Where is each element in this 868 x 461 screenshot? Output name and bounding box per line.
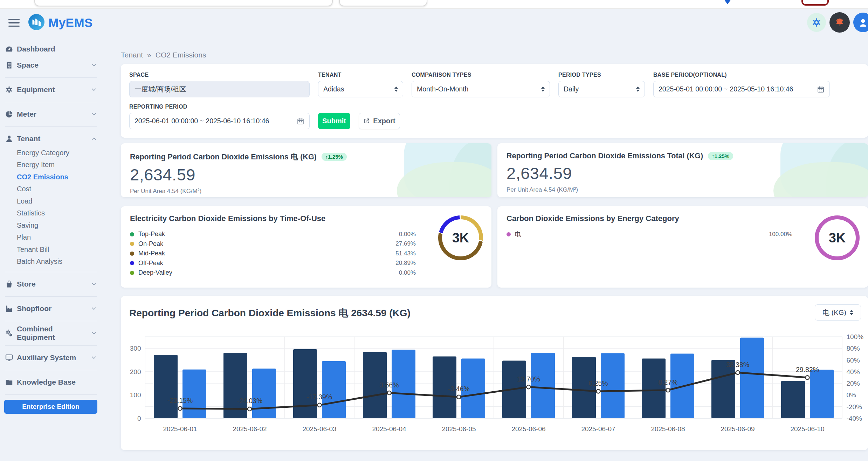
- x-tick-2025-06-08: 2025-06-08: [651, 425, 685, 433]
- comparison-types-select[interactable]: Month-On-Month: [412, 81, 550, 97]
- sidebar-subitem-cost[interactable]: Cost: [0, 183, 102, 195]
- breadcrumb-co2-emissions[interactable]: CO2 Emissions: [156, 51, 206, 59]
- sidebar-item-label: Store: [17, 280, 36, 288]
- sidebar-item-auxiliary-system[interactable]: Auxiliary System: [0, 350, 102, 366]
- sidebar-item-tenant[interactable]: Tenant: [0, 131, 102, 147]
- bar-reporting-2025-06-06: [531, 353, 555, 418]
- select-arrows-icon: [636, 87, 640, 92]
- legend-item-top-peak[interactable]: Top-Peak0.00%: [130, 229, 416, 239]
- line-label: -3.46%: [448, 385, 470, 393]
- period-select-value: Daily: [564, 85, 579, 93]
- reporting-period-field[interactable]: [129, 113, 310, 129]
- export-button[interactable]: Export: [359, 113, 400, 129]
- sidebar-item-shopfloor[interactable]: Shopfloor: [0, 301, 102, 317]
- legend-item-on-peak[interactable]: On-Peak27.69%: [130, 239, 416, 249]
- sidebar-item-knowledge-base[interactable]: Knowledge Base: [0, 374, 102, 390]
- sidebar-subitem-plan[interactable]: Plan: [0, 232, 102, 244]
- sidebar-subitem-co2-emissions[interactable]: CO2 Emissions: [0, 171, 102, 183]
- sidebar-item-meter[interactable]: Meter: [0, 106, 102, 122]
- sidebar-item-label: Auxiliary System: [17, 353, 76, 362]
- chevron-down-icon: [91, 62, 97, 68]
- bar-base-2025-06-08: [642, 359, 666, 418]
- x-tick-2025-06-05: 2025-06-05: [442, 425, 476, 433]
- breadcrumb: Tenant » CO2 Emissions: [121, 51, 868, 59]
- breadcrumb-tenant[interactable]: Tenant: [121, 51, 143, 59]
- sidebar-subitem-batch-analysis[interactable]: Batch Analysis: [0, 256, 102, 268]
- sidebar-subitem-tenant-bill[interactable]: Tenant Bill: [0, 243, 102, 256]
- filter-panel: SPACE TENANT Adidas COMPARISON TYPES Mon…: [121, 64, 868, 138]
- legend-item-deep-valley[interactable]: Deep-Valley0.00%: [130, 268, 416, 278]
- base-period-label: BASE PERIOD(OPTIONAL): [653, 72, 830, 78]
- notifications-bell-icon[interactable]: [829, 12, 850, 33]
- donut-center-label: 3K: [819, 219, 856, 256]
- user-avatar[interactable]: [853, 13, 868, 32]
- y-left-tick: 100: [130, 391, 141, 399]
- sidebar-item-label: Equipment: [17, 85, 55, 94]
- sidebar-item-dashboard[interactable]: Dashboard: [0, 41, 102, 57]
- browser-address-bar[interactable]: [34, 0, 333, 6]
- main-content: Tenant » CO2 Emissions SPACE TENANT Adid…: [102, 37, 868, 461]
- x-tick-2025-06-02: 2025-06-02: [233, 425, 267, 433]
- line-marker: [527, 385, 531, 389]
- sidebar-item-label: Meter: [17, 110, 36, 118]
- browser-secondary-bar[interactable]: [339, 0, 427, 6]
- sidebar-subitem-statistics[interactable]: Statistics: [0, 207, 102, 220]
- x-tick-2025-06-04: 2025-06-04: [372, 425, 406, 433]
- bar-base-2025-06-10: [781, 381, 805, 418]
- top-navbar: MyEMS: [0, 9, 868, 37]
- sidebar-subitem-saving[interactable]: Saving: [0, 219, 102, 232]
- y-right-tick: 80%: [847, 345, 860, 352]
- legend-label: Off-Peak: [138, 260, 163, 267]
- space-input[interactable]: [135, 85, 304, 93]
- sidebar-divider: [5, 370, 97, 370]
- reporting-period-label: REPORTING PERIOD: [129, 104, 310, 110]
- legend-item-off-peak[interactable]: Off-Peak20.89%: [130, 259, 416, 268]
- sidebar-item-store[interactable]: Store: [0, 276, 102, 292]
- sidebar-item-label: Combined Equipment: [17, 325, 91, 342]
- unit-select[interactable]: 电 (KG): [815, 304, 861, 321]
- tenant-select-value: Adidas: [323, 85, 344, 93]
- enterprise-edition-button[interactable]: Enterprise Edition: [4, 400, 97, 414]
- app-logo[interactable]: MyEMS: [28, 14, 93, 32]
- legend-item-[interactable]: 电100.00%: [507, 229, 792, 239]
- bar-base-2025-06-07: [572, 357, 596, 418]
- settings-gear-icon[interactable]: [807, 13, 826, 32]
- comparison-select-value: Month-On-Month: [417, 85, 468, 93]
- space-field[interactable]: [129, 81, 310, 97]
- sidebar-item-combined-equipment[interactable]: Combined Equipment: [0, 325, 102, 341]
- sidebar-item-equipment[interactable]: Equipment: [0, 82, 102, 98]
- browser-download-arrow-icon[interactable]: [724, 0, 731, 4]
- bar-base-2025-06-03: [293, 349, 317, 418]
- line-marker: [178, 406, 182, 410]
- calendar-icon: [817, 85, 825, 93]
- period-types-select[interactable]: Daily: [558, 81, 645, 97]
- tenant-select[interactable]: Adidas: [318, 81, 403, 97]
- export-button-label: Export: [373, 117, 395, 125]
- submit-button[interactable]: Submit: [318, 113, 350, 129]
- line-label: -24.03%: [237, 397, 263, 405]
- legend-item-mid-peak[interactable]: Mid-Peak51.43%: [130, 249, 416, 259]
- hamburger-menu-icon[interactable]: [8, 19, 20, 27]
- legend-dot: [130, 252, 134, 256]
- y-left-tick: 200: [130, 368, 141, 376]
- sidebar-item-label: Dashboard: [17, 45, 55, 53]
- export-icon: [363, 118, 370, 124]
- pie-icon: [5, 110, 13, 118]
- reporting-period-input[interactable]: [135, 117, 297, 125]
- base-period-field[interactable]: [653, 81, 830, 97]
- legend-label: Top-Peak: [138, 230, 165, 238]
- sidebar-subitem-energy-category[interactable]: Energy Category: [0, 147, 102, 159]
- energy-category-donut-card: Carbon Dioxide Emissions by Energy Categ…: [497, 206, 868, 288]
- gear-icon: [5, 85, 13, 94]
- donut-center-label: 3K: [442, 219, 479, 256]
- kpi-change-badge: ↑1.25%: [708, 152, 733, 160]
- line-label: 13.70%: [517, 375, 540, 383]
- base-period-input[interactable]: [659, 85, 817, 93]
- sidebar-subitem-load[interactable]: Load: [0, 195, 102, 207]
- sidebar-item-label: Knowledge Base: [17, 378, 76, 386]
- line-label: 8.27%: [658, 378, 677, 386]
- legend-percent: 51.43%: [395, 250, 416, 257]
- sidebar-subitem-energy-item[interactable]: Energy Item: [0, 159, 102, 171]
- time-of-use-donut-chart: 3K: [438, 215, 483, 260]
- sidebar-item-space[interactable]: Space: [0, 57, 102, 73]
